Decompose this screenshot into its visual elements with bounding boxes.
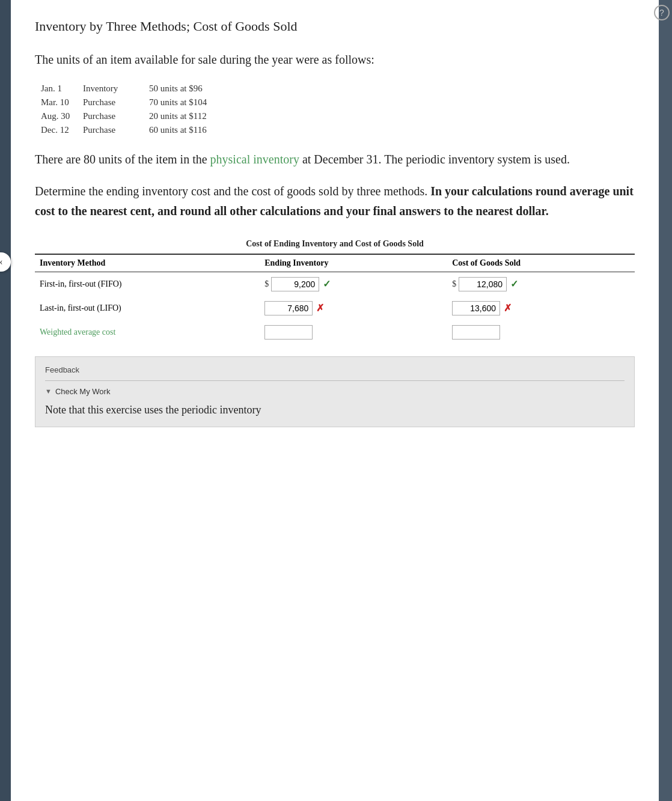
fifo-cogs-check-icon: ✓ [510, 278, 518, 290]
check-my-work-label: Check My Work [55, 387, 111, 396]
lifo-ending-cross-icon: ✗ [316, 302, 324, 314]
inv-date-2: Mar. 10 [41, 97, 83, 108]
help-button[interactable]: ? [654, 5, 670, 20]
method-weighted-label: Weighted average cost [35, 320, 260, 344]
table-row-fifo: First-in, first-out (FIFO) $ ✓ $ [35, 272, 635, 296]
lifo-ending-input[interactable] [264, 301, 313, 315]
fifo-ending-input[interactable] [271, 277, 319, 291]
col-header-method: Inventory Method [35, 254, 260, 272]
right-sidebar: ? [659, 0, 672, 801]
method-fifo-label: First-in, first-out (FIFO) [35, 272, 260, 296]
weighted-ending-input[interactable] [264, 325, 313, 340]
inv-type-2: Purchase [83, 97, 149, 108]
feedback-note: Note that this exercise uses the periodi… [45, 402, 625, 418]
fifo-cogs-input-group: $ ✓ [452, 277, 630, 291]
inv-type-4: Purchase [83, 125, 149, 135]
weighted-cogs-cell [447, 320, 635, 344]
weighted-cogs-input[interactable] [452, 325, 500, 340]
list-item: Aug. 30 Purchase 20 units at $112 [41, 111, 635, 121]
lifo-cogs-cell: ✗ [447, 296, 635, 320]
fifo-ending-input-group: $ ✓ [264, 277, 442, 291]
results-table: Inventory Method Ending Inventory Cost o… [35, 254, 635, 344]
inventory-list: Jan. 1 Inventory 50 units at $96 Mar. 10… [41, 84, 635, 135]
weighted-ending-cell [260, 320, 447, 344]
inv-type-1: Inventory [83, 84, 149, 94]
table-header-row: Inventory Method Ending Inventory Cost o… [35, 254, 635, 272]
fifo-ending-check-icon: ✓ [323, 278, 331, 290]
physical-inventory-highlight[interactable]: physical inventory [210, 153, 299, 166]
table-row-weighted: Weighted average cost [35, 320, 635, 344]
lifo-ending-cell: ✗ [260, 296, 447, 320]
list-item: Jan. 1 Inventory 50 units at $96 [41, 84, 635, 94]
feedback-section: Feedback ▼ Check My Work Note that this … [35, 356, 635, 427]
inv-qty-2: 70 units at $104 [149, 97, 635, 108]
check-my-work-button[interactable]: ▼ Check My Work [45, 387, 625, 396]
lifo-cogs-cross-icon: ✗ [504, 302, 512, 314]
lifo-cogs-input[interactable] [452, 301, 500, 315]
lifo-ending-input-group: ✗ [264, 301, 442, 315]
para1-before: There are 80 units of the item in the [35, 153, 210, 166]
col-header-cogs: Cost of Goods Sold [447, 254, 635, 272]
page-wrapper: ‹ Inventory by Three Methods; Cost of Go… [0, 0, 672, 801]
fifo-ending-dollar: $ [264, 279, 269, 289]
weighted-ending-input-group [264, 325, 442, 340]
weighted-cogs-input-group [452, 325, 630, 340]
table-row-lifo: Last-in, first-out (LIFO) ✗ ✗ [35, 296, 635, 320]
page-title: Inventory by Three Methods; Cost of Good… [35, 18, 635, 35]
triangle-icon: ▼ [45, 388, 52, 395]
table-title: Cost of Ending Inventory and Cost of Goo… [35, 239, 635, 249]
feedback-label: Feedback [45, 365, 625, 374]
col-header-ending: Ending Inventory [260, 254, 447, 272]
method-lifo-label: Last-in, first-out (LIFO) [35, 296, 260, 320]
inv-qty-1: 50 units at $96 [149, 84, 635, 94]
determine-paragraph: Determine the ending inventory cost and … [35, 181, 635, 221]
fifo-cogs-input[interactable] [459, 277, 507, 291]
fifo-cogs-dollar: $ [452, 279, 456, 289]
back-arrow-button[interactable]: ‹ [0, 252, 11, 272]
inv-date-4: Dec. 12 [41, 125, 83, 135]
lifo-cogs-input-group: ✗ [452, 301, 630, 315]
list-item: Dec. 12 Purchase 60 units at $116 [41, 125, 635, 135]
inv-qty-3: 20 units at $112 [149, 111, 635, 121]
inv-qty-4: 60 units at $116 [149, 125, 635, 135]
main-content: Inventory by Three Methods; Cost of Good… [11, 0, 659, 801]
list-item: Mar. 10 Purchase 70 units at $104 [41, 97, 635, 108]
fifo-cogs-cell: $ ✓ [447, 272, 635, 296]
para2-normal: Determine the ending inventory cost and … [35, 184, 427, 198]
results-section: Cost of Ending Inventory and Cost of Goo… [35, 239, 635, 427]
inv-date-3: Aug. 30 [41, 111, 83, 121]
physical-inventory-paragraph: There are 80 units of the item in the ph… [35, 150, 635, 169]
fifo-ending-cell: $ ✓ [260, 272, 447, 296]
inv-date-1: Jan. 1 [41, 84, 83, 94]
intro-paragraph: The units of an item available for sale … [35, 50, 635, 69]
inv-type-3: Purchase [83, 111, 149, 121]
left-panel: ‹ [0, 0, 11, 801]
para1-after: at December 31. The periodic inventory s… [299, 153, 570, 166]
